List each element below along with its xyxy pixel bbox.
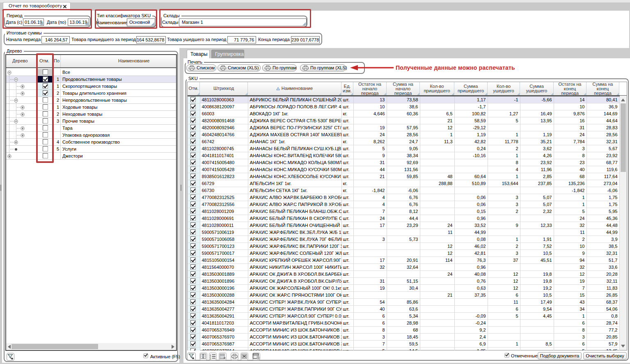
svg-text:3: 3 [210, 357, 211, 359]
